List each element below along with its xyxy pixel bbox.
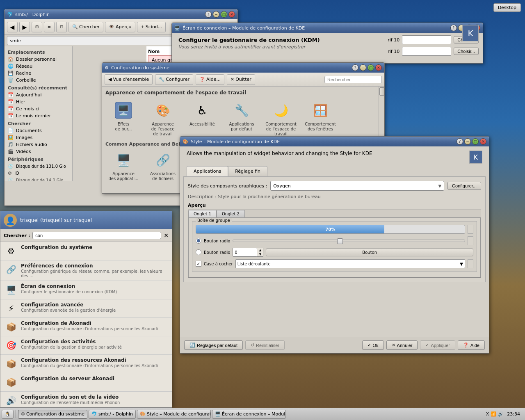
dolphin-split-btn[interactable]: ⊟ [56,22,67,32]
dolphin-search-btn[interactable]: 🔍 Chercher [68,22,103,32]
sidebar-item-dossier[interactable]: 🏠 Dossier personnel [5,56,72,63]
sysconf-item-fenetres[interactable]: 🪟 Comportementdes fenêtres [302,99,338,138]
taskbar-style-icon: 🎨 [140,411,146,417]
kmenu-item-confsys[interactable]: ⚙️ Configuration du système [0,242,172,260]
sysconf-help-wc[interactable]: ? [352,64,358,71]
kmenu-item-akonadi[interactable]: 📦 Configuration de Akonadi Configuration… [0,318,172,336]
kmenu-item-ecranconnex[interactable]: 🖥️ Écran de connexion Configurer le gest… [0,281,172,299]
sysconf-help-btn[interactable]: ❓ Aide... [196,74,224,85]
dropdown-scrollbar [468,259,473,268]
dolphin-back-btn[interactable]: ◀ [7,22,18,32]
taskbar-login-btn[interactable]: 🖥️ Écran de connexion – Module de confi [212,410,286,419]
sysconf-item-apps[interactable]: 🔧 Applicationspar défaut [224,99,260,138]
kmenu-item-prefconnex[interactable]: 🔗 Préférences de connexion Configuration… [0,260,172,281]
tab-applications[interactable]: Applications [187,166,228,176]
input1-field[interactable] [402,35,451,44]
assoc-icon: 🔗 [153,150,173,170]
radio1-btn[interactable] [196,238,201,244]
style-configure-btn[interactable]: Configurer... [447,182,481,190]
radio1-slider[interactable] [233,240,465,242]
sysconf-item-assoc[interactable]: 🔗 Associationsde fichiers [145,148,181,183]
tab-reglage-fin[interactable]: Réglage fin [228,166,267,176]
dolphin-preview-btn[interactable]: 👁️ Aperçu [105,22,135,32]
dolphin-close-btn[interactable]: ✕ [228,11,235,18]
style-max-btn[interactable]: □ [472,138,479,145]
sidebar-item-audio[interactable]: 🎵 Fichiers audio [5,141,72,148]
apparence-label: Apparencede l'espacede travail [151,122,175,137]
preview-tab-1[interactable]: Onglet 1 [188,210,217,217]
input2-field[interactable] [402,47,451,56]
sidebar-item-reseau[interactable]: 🌐 Réseau [5,63,72,70]
dolphin-maximize-btn[interactable]: □ [221,11,227,18]
style-help-wc[interactable]: ? [457,138,463,145]
sysconf-min-btn[interactable]: − [360,64,366,71]
radio2-btn[interactable] [196,249,201,255]
dolphin-list-btn[interactable]: ≡ [44,22,55,32]
apparence-app-icon: 🖥️ [114,150,133,170]
sysconf-item-access[interactable]: ♿ Accessibilité [184,99,220,138]
ecranconnex-icon: 🖥️ [5,283,18,297]
sysconf-close-btn[interactable]: ✕ [375,64,382,71]
kmenu-item-ressources[interactable]: 📦 Configuration des ressources Akonadi C… [0,355,172,373]
sysconf-item-apparence[interactable]: 🎨 Apparencede l'espacede travail [145,99,181,138]
serveur-title: Configuration du serveur Akonadi [21,376,168,381]
spin-down[interactable]: ▼ [257,252,263,256]
sidebar-item-images[interactable]: 🖼️ Images [5,134,72,141]
preview-tab-2[interactable]: Onglet 2 [217,210,245,217]
sidebar-item-hdd131[interactable]: 💿 Disque dur de 131,0 Gio [5,163,72,170]
dolphin-views-btn[interactable]: ⊞ [32,22,42,32]
taskbar-sysconf-btn[interactable]: ⚙️ Configuration du système [18,410,87,419]
spinner-arrows[interactable]: ▲ ▼ [257,248,263,257]
kde-login-help-btn[interactable]: ? [450,25,457,31]
sysconf-configure-btn[interactable]: 🔧 Configurer [155,74,193,85]
kmenu-search-input[interactable] [32,232,161,239]
dolphin-forward-btn[interactable]: ▶ [19,22,30,32]
choose-btn-2[interactable]: Choisir... [454,48,479,55]
dolphin-split-view-btn[interactable]: + Scind... [137,22,166,32]
preview-main-btn[interactable]: Bouton [266,249,473,256]
cancel-btn[interactable]: ✕ Annuler [386,340,418,350]
help-btn[interactable]: ❓ Aide [458,340,485,350]
ok-btn[interactable]: ✓ Ok [362,340,384,350]
sidebar-item-videos[interactable]: 🎬 Vidéos [5,148,72,155]
style-combo[interactable]: Oxygen ▼ [270,181,444,191]
kde-login-titlebar: 🖥️ Écran de connexion – Module de config… [172,23,483,33]
taskbar-dolphin-btn[interactable]: 🐬 smb:/ - Dolphin [89,410,136,419]
sidebar-item-io[interactable]: ⚙️ IO [5,170,72,177]
sidebar-item-documents[interactable]: 📄 Documents [5,127,72,134]
sidebar-item-racine[interactable]: 💾 Racine [5,70,72,77]
style-min-btn[interactable]: − [464,138,471,145]
taskbar-style-btn[interactable]: 🎨 Style – Module de configuration de KD [137,410,211,419]
sysconf-max-btn[interactable]: □ [368,64,374,71]
sysconf-back-btn[interactable]: ◀ Vue d'ensemble [105,74,153,85]
dolphin-minimize-btn[interactable]: − [213,11,219,18]
sysconf-item-apparence-app[interactable]: 🖥️ Apparencedes applicati... [105,148,142,183]
sidebar-item-corbeille[interactable]: 🗑️ Corbeille [5,77,72,84]
sidebar-item-today[interactable]: 📅 Aujourd'hui [5,91,72,98]
spin-up[interactable]: ▲ [257,248,263,252]
sysconf-quit-btn[interactable]: ✕ Quitter [227,74,255,85]
kmenu-item-serveur[interactable]: 📦 Configuration du serveur Akonadi [0,373,172,392]
dolphin-help-btn[interactable]: ? [205,11,212,18]
kmenu-item-son[interactable]: 🔊 Configuration du son et de la vidéo Co… [0,392,172,405]
kmenu-item-confavancee[interactable]: ⚡ Configuration avancée Configuration av… [0,299,172,318]
desktop-button[interactable]: Desktop [493,3,521,12]
spinner-input[interactable]: 0 [233,248,257,257]
kmenu-search-clear-icon[interactable]: ✕ [164,232,169,239]
sysconf-item-effets[interactable]: 🖥️ Effetsde bur... [105,99,142,138]
kmenu-item-activites[interactable]: 🎯 Configuration des activités Configurat… [0,336,172,355]
style-close-btn[interactable]: ✕ [480,138,486,145]
apply-btn[interactable]: ✓ Appliquer [420,340,455,350]
reinit-btn[interactable]: ↺ Réinitialiser [245,340,285,350]
sidebar-item-lastmonth[interactable]: 📅 Le mois dernier [5,112,72,119]
sidebar-item-thismonth[interactable]: 📅 Ce mois ci [5,105,72,112]
preview-dropdown[interactable]: Liste déroulante ▼ [235,259,465,268]
taskbar: 🐧 ⚙️ Configuration du système 🐬 smb:/ - … [0,408,525,420]
checkbox-input[interactable]: ✓ [196,261,201,267]
sysconf-item-comportement[interactable]: 🌙 Comportementde l'espace detravail [263,99,299,138]
reset-defaults-btn[interactable]: 🔄 Réglages par défaut [184,340,243,350]
sidebar-item-yesterday[interactable]: 📅 Hier [5,98,72,105]
taskbar-start-btn[interactable]: 🐧 [2,410,14,419]
sysconf-search-input[interactable] [324,76,382,83]
sidebar-item-hdd14[interactable]: 💿 Disque dur de 14,0 Gio [5,177,72,181]
